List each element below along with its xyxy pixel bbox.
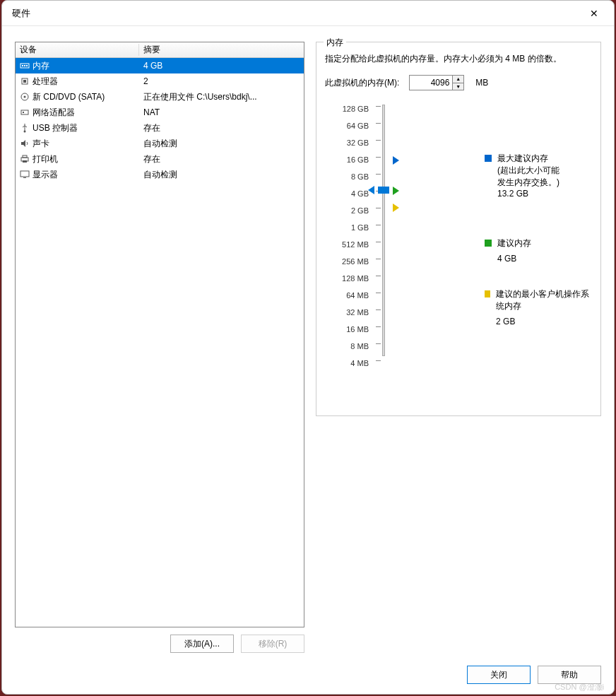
table-row[interactable]: 处理器2 xyxy=(16,73,304,89)
tick-labels: 128 GB64 GB32 GB16 GB8 GB4 GB2 GB1 GB512… xyxy=(325,103,369,374)
mem-unit: MB xyxy=(475,78,488,88)
legend-max-row: 最大建议内存 (超出此大小可能 发生内存交换。) 13.2 GB xyxy=(485,153,559,199)
device-summary: 存在 xyxy=(141,153,304,165)
device-name: 新 CD/DVD (SATA) xyxy=(31,91,141,103)
device-summary: 4 GB xyxy=(141,61,304,71)
tick-mark xyxy=(376,326,381,327)
nic-icon xyxy=(18,107,31,118)
mem-desc: 指定分配给此虚拟机的内存量。内存大小必须为 4 MB 的倍数。 xyxy=(325,52,592,65)
add-button[interactable]: 添加(A)... xyxy=(170,635,234,653)
tick-mark xyxy=(376,140,381,141)
device-summary: 存在 xyxy=(141,122,304,134)
right-pane: 内存 指定分配给此虚拟机的内存量。内存大小必须为 4 MB 的倍数。 此虚拟机的… xyxy=(316,42,601,653)
legend-max-value: 13.2 GB xyxy=(497,189,559,199)
table-row[interactable]: 打印机存在 xyxy=(16,151,304,167)
tick-mark xyxy=(376,123,381,124)
legend-max-title: 最大建议内存 xyxy=(497,153,559,165)
legend-rec: 建议内存 4 GB xyxy=(485,237,531,264)
tick-mark xyxy=(376,106,381,107)
tick-label: 128 MB xyxy=(325,273,369,290)
tick-mark xyxy=(376,157,381,158)
svg-rect-9 xyxy=(23,112,24,113)
tick-mark xyxy=(376,259,381,259)
device-summary: 正在使用文件 C:\Users\bdkj\... xyxy=(141,91,304,103)
memory-icon xyxy=(18,60,31,71)
tick-mark xyxy=(376,276,381,276)
legend-min-row: 建议的最小客户机操作系统内存 2 GB xyxy=(485,288,592,326)
device-summary: NAT xyxy=(141,107,304,117)
watermark: CSDN @澄澈i xyxy=(555,682,604,692)
close-button[interactable]: 关闭 xyxy=(467,666,531,684)
table-row[interactable]: 新 CD/DVD (SATA)正在使用文件 C:\Users\bdkj\... xyxy=(16,89,304,105)
tick-mark xyxy=(376,242,381,242)
col-device[interactable]: 设备 xyxy=(16,44,139,56)
tick-label: 8 MB xyxy=(325,341,369,358)
legend-rec-value: 4 GB xyxy=(497,254,531,264)
disc-icon xyxy=(18,91,31,102)
tick-label: 64 GB xyxy=(325,120,369,137)
legend-max-sub1: (超出此大小可能 xyxy=(497,165,559,177)
left-buttons: 添加(A)... 移除(R) xyxy=(15,627,304,653)
printer-icon xyxy=(18,153,31,165)
svg-rect-8 xyxy=(21,110,28,114)
current-marker-icon xyxy=(368,186,374,194)
mem-row: 此虚拟机的内存(M): ▲ ▼ MB xyxy=(325,75,592,90)
mem-spinner[interactable]: ▲ ▼ xyxy=(409,75,464,90)
tick-mark xyxy=(376,293,381,293)
tick-mark xyxy=(376,208,381,208)
tick-label: 32 MB xyxy=(325,307,369,324)
usb-icon xyxy=(18,122,31,134)
mem-slider[interactable] xyxy=(376,103,391,358)
display-icon xyxy=(18,169,31,180)
device-summary: 自动检测 xyxy=(141,169,304,181)
slider-track-line xyxy=(382,105,385,356)
legend-min-value: 2 GB xyxy=(496,317,592,326)
slider-thumb[interactable] xyxy=(378,187,389,194)
svg-rect-2 xyxy=(24,65,25,66)
tick-label: 16 GB xyxy=(325,154,369,171)
tick-mark xyxy=(376,174,381,175)
cpu-icon xyxy=(18,76,31,87)
tick-mark xyxy=(376,360,381,361)
table-row[interactable]: USB 控制器存在 xyxy=(16,120,304,136)
tick-mark xyxy=(376,343,381,344)
tick-label: 16 MB xyxy=(325,324,369,341)
table-header: 设备 摘要 xyxy=(16,42,304,58)
device-summary: 2 xyxy=(141,76,304,86)
table-row[interactable]: 网络适配器NAT xyxy=(16,105,304,120)
svg-rect-3 xyxy=(26,65,28,66)
tick-mark xyxy=(376,225,381,225)
device-name: 打印机 xyxy=(31,153,141,165)
mem-input[interactable] xyxy=(410,76,452,90)
tick-label: 32 GB xyxy=(325,137,369,154)
tick-label: 4 MB xyxy=(325,358,369,374)
device-name: 声卡 xyxy=(31,138,141,150)
tick-label: 2 GB xyxy=(325,205,369,222)
device-name: 显示器 xyxy=(31,169,141,181)
tick-label: 4 GB xyxy=(325,188,369,205)
hardware-dialog: 硬件 ✕ 设备 摘要 内存4 GB处理器2新 CD/DVD (SATA)正在使用… xyxy=(1,0,615,695)
close-icon[interactable]: ✕ xyxy=(580,4,608,23)
tick-label: 1 GB xyxy=(325,222,369,239)
tick-label: 256 MB xyxy=(325,256,369,273)
table-row[interactable]: 显示器自动检测 xyxy=(16,167,304,182)
device-name: 内存 xyxy=(31,60,141,72)
table-row[interactable]: 声卡自动检测 xyxy=(16,136,304,151)
mem-slider-area: 128 GB64 GB32 GB16 GB8 GB4 GB2 GB1 GB512… xyxy=(325,103,592,374)
svg-rect-14 xyxy=(20,171,29,177)
svg-rect-5 xyxy=(23,80,26,83)
device-table: 设备 摘要 内存4 GB处理器2新 CD/DVD (SATA)正在使用文件 C:… xyxy=(15,42,304,627)
titlebar: 硬件 ✕ xyxy=(2,1,614,26)
spin-down-icon[interactable]: ▼ xyxy=(453,83,463,90)
legend-rec-row: 建议内存 4 GB xyxy=(485,237,531,264)
legend-min: 建议的最小客户机操作系统内存 2 GB xyxy=(485,288,592,326)
legend-max-sub2: 发生内存交换。) xyxy=(497,177,559,189)
mem-label: 此虚拟机的内存(M): xyxy=(325,77,399,89)
square-icon xyxy=(485,240,492,247)
col-summary[interactable]: 摘要 xyxy=(139,44,304,56)
left-pane: 设备 摘要 内存4 GB处理器2新 CD/DVD (SATA)正在使用文件 C:… xyxy=(15,42,304,653)
table-row[interactable]: 内存4 GB xyxy=(16,58,304,73)
legend-min-title: 建议的最小客户机操作系统内存 xyxy=(496,288,592,312)
legend-max: 最大建议内存 (超出此大小可能 发生内存交换。) 13.2 GB xyxy=(485,153,559,199)
spin-up-icon[interactable]: ▲ xyxy=(453,76,463,83)
